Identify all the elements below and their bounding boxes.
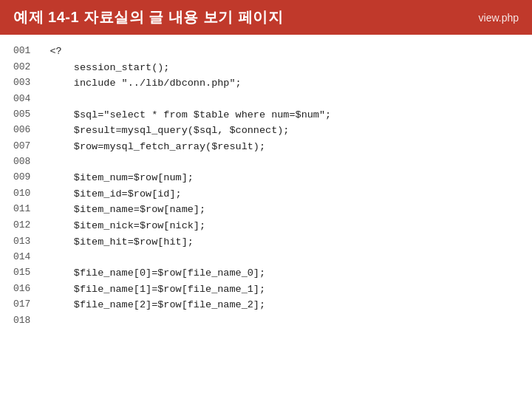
line-code: include "../lib/dbconn.php"; bbox=[42, 75, 532, 92]
line-number: 001 bbox=[0, 44, 42, 60]
table-row: 004 bbox=[0, 92, 532, 107]
line-code bbox=[42, 313, 532, 329]
line-code: $item_num=$row[num]; bbox=[42, 170, 532, 186]
code-table: 001<?002 session_start();003 include "..… bbox=[0, 44, 532, 329]
line-code: $item_nick=$row[nick]; bbox=[42, 218, 532, 234]
line-code: $item_id=$row[id]; bbox=[42, 186, 532, 202]
line-number: 002 bbox=[0, 60, 42, 76]
table-row: 015 $file_name[0]=$row[file_name_0]; bbox=[0, 265, 532, 282]
table-row: 005 $sql="select * from $table where num… bbox=[0, 107, 532, 123]
line-code: session_start(); bbox=[42, 60, 532, 76]
line-code: $sql="select * from $table where num=$nu… bbox=[42, 107, 532, 123]
page-title: 예제 14-1 자료실의 글 내용 보기 페이지 bbox=[13, 7, 283, 27]
table-row: 010 $item_id=$row[id]; bbox=[0, 186, 532, 202]
table-row: 003 include "../lib/dbconn.php"; bbox=[0, 75, 532, 92]
line-code: $row=mysql_fetch_array($result); bbox=[42, 139, 532, 155]
table-row: 011 $item_name=$row[name]; bbox=[0, 202, 532, 218]
table-row: 006 $result=mysql_query($sql, $connect); bbox=[0, 123, 532, 139]
line-code: $file_name[1]=$row[file_name_1]; bbox=[42, 282, 532, 298]
line-number: 014 bbox=[0, 250, 42, 265]
table-row: 002 session_start(); bbox=[0, 60, 532, 76]
table-row: 001<? bbox=[0, 44, 532, 60]
line-number: 018 bbox=[0, 313, 42, 329]
filename-label: view.php bbox=[479, 12, 519, 24]
line-code: $item_hit=$row[hit]; bbox=[42, 234, 532, 250]
line-number: 010 bbox=[0, 186, 42, 202]
table-row: 008 bbox=[0, 154, 532, 170]
main-container: 예제 14-1 자료실의 글 내용 보기 페이지 view.php 001<?0… bbox=[0, 0, 532, 399]
line-number: 017 bbox=[0, 297, 42, 313]
line-number: 005 bbox=[0, 107, 42, 123]
line-number: 013 bbox=[0, 234, 42, 250]
table-row: 007 $row=mysql_fetch_array($result); bbox=[0, 139, 532, 155]
line-number: 003 bbox=[0, 75, 42, 92]
line-number: 006 bbox=[0, 123, 42, 139]
line-code: $file_name[2]=$row[file_name_2]; bbox=[42, 297, 532, 313]
table-row: 017 $file_name[2]=$row[file_name_2]; bbox=[0, 297, 532, 313]
line-number: 012 bbox=[0, 218, 42, 234]
table-row: 013 $item_hit=$row[hit]; bbox=[0, 234, 532, 250]
line-number: 007 bbox=[0, 139, 42, 155]
line-code bbox=[42, 154, 532, 170]
table-row: 016 $file_name[1]=$row[file_name_1]; bbox=[0, 282, 532, 298]
page-header: 예제 14-1 자료실의 글 내용 보기 페이지 view.php bbox=[0, 0, 532, 35]
code-area: 001<?002 session_start();003 include "..… bbox=[0, 35, 532, 399]
table-row: 012 $item_nick=$row[nick]; bbox=[0, 218, 532, 234]
line-number: 009 bbox=[0, 170, 42, 186]
line-number: 015 bbox=[0, 265, 42, 282]
line-number: 004 bbox=[0, 92, 42, 107]
line-code: $file_name[0]=$row[file_name_0]; bbox=[42, 265, 532, 282]
table-row: 014 bbox=[0, 250, 532, 265]
line-number: 011 bbox=[0, 202, 42, 218]
table-row: 018 bbox=[0, 313, 532, 329]
line-code: <? bbox=[42, 44, 532, 60]
line-code bbox=[42, 92, 532, 107]
line-code: $item_name=$row[name]; bbox=[42, 202, 532, 218]
line-number: 008 bbox=[0, 154, 42, 170]
line-code bbox=[42, 250, 532, 265]
line-number: 016 bbox=[0, 282, 42, 298]
table-row: 009 $item_num=$row[num]; bbox=[0, 170, 532, 186]
line-code: $result=mysql_query($sql, $connect); bbox=[42, 123, 532, 139]
